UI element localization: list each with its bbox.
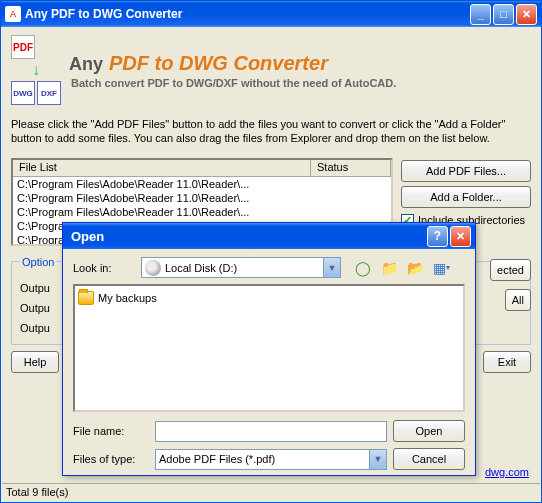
folder-icon	[78, 291, 94, 305]
open-button[interactable]: Open	[393, 420, 465, 442]
look-in-combo[interactable]: Local Disk (D:) ▼	[141, 257, 341, 278]
product-subtitle: Batch convert PDF to DWG/DXF without the…	[71, 77, 396, 89]
pdf-icon: PDF	[11, 35, 35, 59]
look-in-value: Local Disk (D:)	[165, 262, 237, 274]
dxf-icon: DXF	[37, 81, 61, 105]
file-browser-area[interactable]: My backups	[73, 284, 465, 412]
options-legend: Option	[20, 256, 56, 268]
folder-name: My backups	[98, 292, 157, 304]
brand-word: Any	[69, 54, 103, 75]
list-item[interactable]: C:\Program Files\Adobe\Reader 11.0\Reade…	[13, 191, 391, 205]
list-item[interactable]: C:\Program Files\Adobe\Reader 11.0\Reade…	[13, 205, 391, 219]
cancel-button[interactable]: Cancel	[393, 448, 465, 470]
remove-selected-fragment[interactable]: ected	[490, 259, 531, 281]
open-dialog: Open ? ✕ Look in: Local Disk (D:) ▼ ◯ 📁 …	[62, 222, 476, 476]
maximize-button[interactable]: □	[493, 4, 514, 25]
file-name-label: File name:	[73, 425, 149, 437]
help-button[interactable]: Help	[11, 351, 59, 373]
modal-close-button[interactable]: ✕	[450, 226, 471, 247]
app-icon: A	[5, 6, 21, 22]
arrow-down-icon: ↓	[11, 61, 61, 79]
main-titlebar: A Any PDF to DWG Converter _ □ ✕	[1, 1, 541, 27]
dropdown-icon[interactable]: ▼	[323, 258, 340, 277]
file-name-input[interactable]	[155, 421, 387, 442]
modal-title: Open	[67, 229, 427, 244]
file-type-combo[interactable]: Adobe PDF Files (*.pdf) ▼	[155, 449, 387, 470]
window-title: Any PDF to DWG Converter	[25, 7, 470, 21]
dwg-icon: DWG	[11, 81, 35, 105]
remove-all-fragment[interactable]: All	[505, 289, 531, 311]
list-item[interactable]: C:\Program Files\Adobe\Reader 11.0\Reade…	[13, 177, 391, 191]
dropdown-icon[interactable]: ▼	[369, 450, 386, 469]
new-folder-icon[interactable]: 📂	[405, 258, 425, 278]
disk-icon	[145, 260, 161, 276]
add-folder-button[interactable]: Add a Folder...	[401, 186, 531, 208]
statusbar: Total 9 file(s)	[2, 483, 540, 502]
folder-item[interactable]: My backups	[78, 289, 460, 306]
header-text: Any PDF to DWG Converter Batch convert P…	[69, 52, 396, 89]
back-icon[interactable]: ◯	[353, 258, 373, 278]
website-link[interactable]: dwg.com	[485, 466, 529, 478]
file-type-value: Adobe PDF Files (*.pdf)	[159, 453, 275, 465]
file-type-label: Files of type:	[73, 453, 149, 465]
modal-titlebar: Open ? ✕	[63, 223, 475, 249]
modal-help-button[interactable]: ?	[427, 226, 448, 247]
exit-button[interactable]: Exit	[483, 351, 531, 373]
close-button[interactable]: ✕	[516, 4, 537, 25]
list-header: File List Status	[13, 160, 391, 177]
up-one-level-icon[interactable]: 📁	[379, 258, 399, 278]
behind-right-fragments: ected All	[475, 259, 531, 311]
product-title: PDF to DWG Converter	[109, 52, 328, 75]
minimize-button[interactable]: _	[470, 4, 491, 25]
col-file-header[interactable]: File List	[13, 160, 311, 176]
look-in-label: Look in:	[73, 262, 135, 274]
instructions-text: Please click the "Add PDF Files" button …	[1, 109, 541, 154]
views-icon[interactable]: ▦▾	[431, 258, 451, 278]
col-status-header[interactable]: Status	[311, 160, 391, 176]
header-area: PDF ↓ DWG DXF Any PDF to DWG Converter B…	[1, 27, 541, 109]
add-pdf-files-button[interactable]: Add PDF Files...	[401, 160, 531, 182]
header-icons: PDF ↓ DWG DXF	[11, 35, 61, 105]
